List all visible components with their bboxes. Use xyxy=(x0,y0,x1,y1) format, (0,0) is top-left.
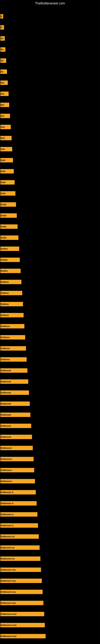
bar-label: Bott xyxy=(1,126,5,128)
bar-label: Bo xyxy=(1,48,3,51)
bar-label: Bottleneck r xyxy=(1,480,12,482)
bar-label: Bo xyxy=(1,60,3,62)
bar-item: Bottleneck res xyxy=(0,534,39,539)
bar-label: Bottlenec xyxy=(1,336,10,338)
bar-item: Bottleneck r xyxy=(0,446,33,450)
bar-item: Bottleneck xyxy=(0,379,28,384)
bar-label: Bottleneck xyxy=(1,380,11,383)
bar-item: Bot xyxy=(0,92,9,96)
bar-item: Bottlenec xyxy=(0,335,25,340)
bar-item: Bottleneck r xyxy=(0,468,34,472)
bar-label: Bottleneck res xyxy=(1,536,15,538)
bar-item: Bottleneck res xyxy=(0,556,40,561)
bar-label: Bottlenec xyxy=(1,325,10,328)
bar-item: Bottl xyxy=(0,191,15,196)
bar-item: Bott xyxy=(0,136,12,140)
bar-item: Bottleneck resul xyxy=(0,623,45,627)
bar-label: Bo xyxy=(1,38,3,40)
bar-item: Bottleneck xyxy=(0,424,31,428)
bar-item: Bo xyxy=(0,70,7,74)
bar-label: Bottl xyxy=(1,181,5,184)
bar-item: Bottlene xyxy=(0,291,22,295)
bar-label: Bottleneck re xyxy=(1,514,13,516)
bar-label: Bottleneck res xyxy=(1,546,15,549)
bar-label: Bottleneck res xyxy=(1,558,15,560)
bar-item: Bottleneck resu xyxy=(0,568,41,572)
bar-label: Bo xyxy=(1,71,3,73)
bar-label: Bottleneck re xyxy=(1,502,13,504)
bar-item: Bottleneck resul xyxy=(0,634,46,638)
bar-item: Bottleneck xyxy=(0,390,29,395)
bar-label: Bottlene xyxy=(1,292,9,294)
bar-item: Bottleneck re xyxy=(0,501,37,506)
bar-label: Bottleneck r xyxy=(1,458,12,460)
bar-label: Bottl xyxy=(1,159,5,162)
bar-item: Bottlenec xyxy=(0,357,27,362)
bar-item: Bottl xyxy=(0,158,13,162)
bar-label: Bottleneck xyxy=(1,414,11,416)
bar-label: Bottleneck xyxy=(1,370,11,372)
bar-item: Bottlene xyxy=(0,313,24,317)
bar-label: Bottlen xyxy=(1,270,8,272)
bar-item: Bott xyxy=(0,125,11,129)
bar-item: Bottlenec xyxy=(0,324,24,328)
bar-label: Bottleneck resu xyxy=(1,569,16,571)
bar-item: Bo xyxy=(0,58,6,63)
bar-item: Bottleneck re xyxy=(0,512,37,516)
bar-item: Bottleneck resul xyxy=(0,612,44,616)
bar-item: Bottlen xyxy=(0,246,19,251)
bar-label: Bottleneck resu xyxy=(1,580,16,582)
bar-item: Bottlen xyxy=(0,258,20,262)
bar-label: Bottleneck resu xyxy=(1,591,16,593)
bar-label: Bot xyxy=(1,115,4,117)
bar-item: B xyxy=(0,14,3,18)
bar-item: Bottle xyxy=(0,202,16,207)
bar-label: Bottleneck r xyxy=(1,447,12,449)
bar-item: Bottleneck re xyxy=(0,490,36,494)
bar-item: Bottleneck resu xyxy=(0,601,43,605)
bar-item: Bot xyxy=(0,114,10,118)
bar-item: Bottle xyxy=(0,236,18,240)
bar-label: Bottleneck xyxy=(1,425,11,427)
page-wrapper: TheBottlenecker.com BBBoBoBoBoBotBotBotB… xyxy=(0,0,100,644)
bar-label: Bot xyxy=(1,104,4,106)
bar-label: Bottleneck xyxy=(1,392,11,394)
bar-item: Bottleneck resu xyxy=(0,578,42,583)
bar-label: Bot xyxy=(1,82,4,84)
bar-label: Bottleneck resu xyxy=(1,602,16,604)
bar-item: Bot xyxy=(0,80,8,85)
bar-item: Bottleneck res xyxy=(0,546,40,550)
bar-item: Bottlen xyxy=(0,269,21,273)
bar-item: Bottlene xyxy=(0,280,21,284)
bar-label: Bott xyxy=(1,148,5,150)
bar-item: Bottleneck r xyxy=(0,457,34,461)
bar-item: Bo xyxy=(0,36,5,41)
bar-label: Bottlen xyxy=(1,259,8,261)
bar-label: Bottle xyxy=(1,204,6,206)
bar-item: Bottl xyxy=(0,169,14,174)
bar-label: Bottleneck re xyxy=(1,491,13,494)
bar-label: Bottlen xyxy=(1,248,8,250)
bar-label: Bott xyxy=(1,137,5,139)
bar-item: Bottleneck re xyxy=(0,523,38,528)
bar-label: Bottleneck resul xyxy=(1,635,16,637)
bar-label: Bottleneck resul xyxy=(1,624,16,626)
site-title: TheBottlenecker.com xyxy=(0,0,100,6)
bar-item: Bottle xyxy=(0,224,18,229)
bar-label: Bottleneck re xyxy=(1,524,13,527)
bar-item: Bottlenec xyxy=(0,346,26,350)
bar-label: Bottleneck xyxy=(1,403,11,405)
bar-label: Bottleneck r xyxy=(1,469,12,471)
bar-item: Bot xyxy=(0,103,9,107)
bar-item: Bottl xyxy=(0,180,15,184)
bar-item: Bottleneck xyxy=(0,435,32,439)
bar-item: Bo xyxy=(0,47,5,52)
bar-item: Bottleneck r xyxy=(0,479,35,484)
bar-label: Bottle xyxy=(1,237,6,239)
bar-label: Bottlenec xyxy=(1,347,10,350)
bar-item: Bottleneck xyxy=(0,368,27,373)
bar-label: Bottlene xyxy=(1,314,9,316)
bar-label: Bottl xyxy=(1,192,5,194)
bar-label: B xyxy=(1,15,2,18)
bar-label: Bottle xyxy=(1,214,6,217)
